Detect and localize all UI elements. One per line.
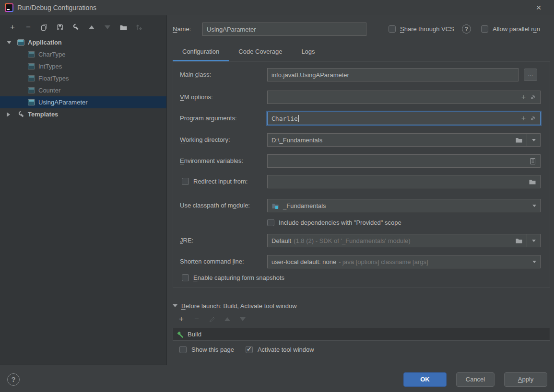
classpath-module-combobox[interactable]: _Fundamentals — [267, 199, 541, 212]
jre-combobox[interactable]: Default (1.8 (2) - SDK of '_Fundamentals… — [267, 234, 527, 247]
chevron-down-icon — [532, 205, 536, 207]
sort-configurations-icon — [135, 23, 143, 31]
tree-item-floattypes[interactable]: FloatTypes — [0, 72, 166, 84]
separator-line — [304, 306, 550, 306]
main-class-field[interactable]: info.java8.UsingAParameter — [267, 68, 519, 81]
main-class-label: Main class: — [180, 71, 211, 78]
configurations-tree: Application CharType IntTypes FloatTypes… — [0, 36, 166, 120]
jre-dropdown-button[interactable] — [527, 234, 541, 247]
close-icon[interactable]: × — [533, 2, 544, 13]
program-arguments-label: Program arguments: — [180, 115, 237, 122]
allow-parallel-run-checkbox[interactable] — [481, 25, 488, 33]
provided-scope-label: Include dependencies with "Provided" sco… — [279, 219, 401, 226]
remove-task-icon: − — [193, 315, 200, 323]
tab-configuration[interactable]: Configuration — [173, 44, 229, 61]
redirect-input-row: Redirect input from: — [173, 175, 550, 188]
expand-field-icon[interactable] — [530, 115, 536, 122]
application-icon — [28, 51, 35, 58]
form-snapshots-label: Enable capturing form snapshots — [193, 274, 284, 281]
form-snapshots-checkbox[interactable] — [182, 274, 189, 281]
configuration-form: Main class: info.java8.UsingAParameter .… — [173, 61, 550, 288]
program-arguments-value: Charlie — [271, 115, 298, 122]
save-configuration-icon[interactable] — [56, 23, 64, 31]
jre-row: JRE: Default (1.8 (2) - SDK of '_Fundame… — [173, 234, 550, 247]
before-launch-header[interactable]: Before launch: Build, Activate tool wind… — [173, 301, 550, 311]
chevron-down-icon[interactable] — [7, 41, 12, 44]
expand-field-icon[interactable] — [530, 94, 536, 101]
environment-variables-label: Environment variables: — [180, 157, 243, 164]
tree-item-inttypes[interactable]: IntTypes — [0, 60, 166, 72]
show-this-page-checkbox[interactable] — [179, 346, 187, 353]
move-up-icon[interactable] — [88, 23, 95, 31]
tree-group-templates[interactable]: Templates — [0, 108, 166, 120]
name-row: Name: Share through VCS ? Allow parallel… — [167, 23, 554, 36]
provided-scope-checkbox[interactable] — [267, 219, 274, 226]
add-task-icon[interactable]: + — [177, 315, 185, 323]
main-class-row: Main class: info.java8.UsingAParameter .… — [173, 68, 550, 81]
folder-icon[interactable] — [529, 178, 536, 185]
activate-tool-window-checkbox[interactable] — [246, 346, 253, 353]
vm-options-field[interactable]: + — [267, 91, 541, 104]
jre-hint: (1.8 (2) - SDK of '_Fundamentals' module… — [294, 237, 511, 244]
folder-icon[interactable] — [515, 137, 523, 143]
environment-variables-row: Environment variables: — [173, 154, 550, 168]
application-icon — [17, 39, 25, 46]
help-button[interactable]: ? — [7, 373, 20, 386]
working-directory-label: Working directory: — [180, 136, 230, 143]
build-task-label: Build — [188, 331, 201, 338]
environment-variables-field[interactable] — [267, 154, 541, 168]
shorten-hint: - java [options] classname [args] — [339, 258, 532, 265]
add-configuration-icon[interactable]: + — [9, 23, 16, 31]
tree-item-usingaparameter-selected[interactable]: UsingAParameter — [0, 96, 166, 108]
cancel-button[interactable]: Cancel — [456, 372, 495, 387]
tree-group-application[interactable]: Application — [0, 36, 166, 48]
program-arguments-row: Program arguments: Charlie + — [173, 112, 550, 125]
templates-wrench-icon — [17, 111, 25, 118]
new-folder-icon[interactable] — [119, 23, 127, 31]
folder-icon[interactable] — [515, 237, 523, 244]
before-launch-toolbar: + − — [177, 315, 247, 323]
add-macro-icon[interactable]: + — [521, 114, 526, 123]
configuration-editor: Name: Share through VCS ? Allow parallel… — [167, 15, 554, 392]
before-launch-task-build[interactable]: Build — [173, 328, 550, 341]
tab-logs[interactable]: Logs — [292, 44, 324, 61]
tab-code-coverage[interactable]: Code Coverage — [229, 44, 292, 61]
window-title: Run/Debug Configurations — [17, 0, 96, 15]
working-directory-field[interactable]: D:\_Fundamentals — [267, 133, 527, 147]
copy-configuration-icon[interactable] — [40, 23, 48, 31]
page-options-row: Show this page Activate tool window — [179, 346, 321, 353]
redirect-input-field[interactable] — [267, 175, 541, 188]
edit-task-icon — [208, 315, 216, 323]
activate-tool-window-label: Activate tool window — [258, 346, 314, 353]
ok-button[interactable]: OK — [403, 372, 447, 387]
shorten-command-line-label: Shorten command line: — [180, 258, 244, 265]
chevron-down-icon[interactable] — [173, 304, 177, 307]
remove-configuration-icon[interactable]: − — [24, 23, 32, 31]
tree-item-chartype[interactable]: CharType — [0, 48, 166, 60]
application-icon — [28, 99, 35, 106]
chevron-down-icon — [532, 261, 536, 263]
browse-env-vars-icon[interactable] — [530, 158, 536, 165]
move-task-up-icon — [224, 315, 231, 323]
program-arguments-field-focused[interactable]: Charlie + — [267, 112, 541, 125]
redirect-input-checkbox[interactable] — [182, 178, 189, 185]
redirect-input-label: Redirect input from: — [193, 178, 248, 185]
edit-defaults-wrench-icon[interactable] — [72, 23, 80, 31]
jre-label: JRE: — [180, 237, 193, 244]
working-directory-dropdown-button[interactable] — [527, 133, 541, 147]
shorten-command-line-combobox[interactable]: user-local default: none - java [options… — [267, 255, 541, 268]
share-through-vcs-checkbox[interactable] — [389, 25, 396, 33]
chevron-down-icon — [532, 139, 536, 141]
shorten-value: user-local default: none — [271, 258, 336, 265]
application-icon — [28, 63, 35, 70]
add-macro-icon[interactable]: + — [521, 93, 526, 102]
name-label: Name: — [173, 25, 191, 33]
apply-button[interactable]: Apply — [504, 372, 547, 387]
chevron-right-icon[interactable] — [7, 112, 10, 117]
vcs-help-icon[interactable]: ? — [462, 24, 471, 34]
name-input[interactable] — [202, 23, 366, 36]
share-through-vcs-label: Share through VCS — [400, 25, 454, 33]
tree-item-counter[interactable]: Counter — [0, 84, 166, 96]
browse-main-class-button[interactable]: ... — [524, 69, 537, 81]
move-task-down-icon — [239, 315, 247, 323]
